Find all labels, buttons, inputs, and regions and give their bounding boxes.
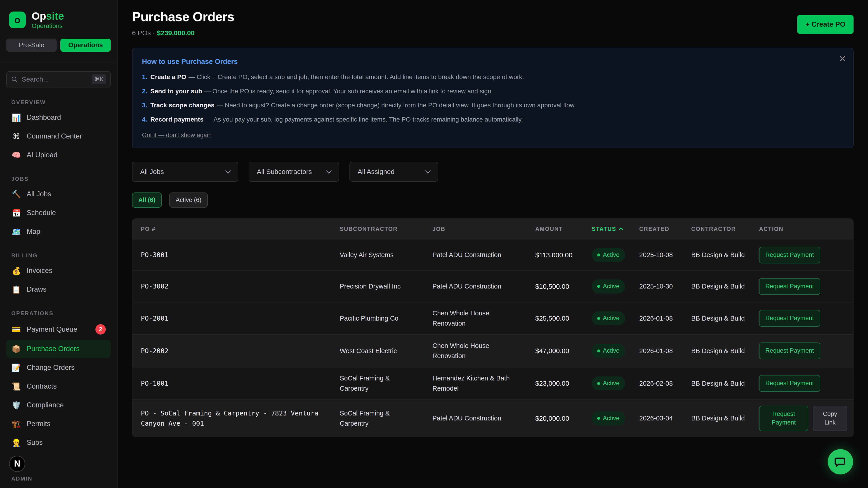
col-job[interactable]: JOB [424,226,527,232]
sidebar-item-contracts[interactable]: 📜 Contracts [6,378,111,395]
po-number: PO-2002 [132,340,331,362]
banner-step-3: 3.Track scope changes— Need to adjust? C… [142,101,842,110]
sidebar-item-subs[interactable]: 👷 Subs [6,434,111,452]
col-subcontractor[interactable]: SUBCONTRACTOR [331,226,424,232]
logo-letter: o [14,14,21,26]
status-cell: Active [583,242,631,268]
table-row[interactable]: PO-1001 SoCal Framing & Carpentry Hernan… [132,367,853,399]
scroll-icon: 📜 [11,382,21,391]
job-cell: Hernandez Kitchen & Bath Remodel [424,367,527,399]
amount-cell: $10,500.00 [527,275,583,298]
banner-step-2: 2.Send to your sub— Once the PO is ready… [142,87,842,96]
status-dot-icon [597,317,600,320]
col-action: ACTION [750,226,853,232]
status-badge: Active [592,412,625,425]
avatar[interactable]: N [9,456,25,472]
sidebar-item-purchase-orders[interactable]: 📦 Purchase Orders [6,340,111,358]
status-badge: Active [592,280,625,293]
search-input[interactable]: Search... ⌘K [6,71,111,88]
status-tabs: All (6) Active (6) [132,193,854,207]
presale-toggle-button[interactable]: Pre-Sale [6,39,57,52]
tab-all[interactable]: All (6) [132,193,162,207]
credit-card-icon: 💳 [11,325,21,334]
jobs-filter-select[interactable]: All Jobs [132,162,238,182]
banner-title: How to use Purchase Orders [142,58,842,66]
status-dot-icon [597,350,600,352]
contractor-cell: BB Design & Build [683,408,750,429]
amount-cell: $25,500.00 [527,307,583,330]
create-po-button[interactable]: + Create PO [797,15,854,34]
job-cell: Patel ADU Construction [424,244,527,266]
status-badge: Active [592,248,625,262]
sidebar-item-change-orders[interactable]: 📝 Change Orders [6,359,111,377]
col-created[interactable]: CREATED [631,226,683,232]
po-number: PO - SoCal Framing & Carpentry - 7823 Ve… [132,402,331,434]
money-bag-icon: 💰 [11,266,21,275]
construction-worker-icon: 👷 [11,438,21,447]
table-row[interactable]: PO-3002 Precision Drywall Inc Patel ADU … [132,270,853,302]
created-cell: 2026-03-04 [631,408,683,429]
sidebar-item-compliance[interactable]: 🛡️ Compliance [6,396,111,414]
request-payment-button[interactable]: Request Payment [759,406,808,431]
chat-button[interactable] [828,449,853,475]
sidebar-item-invoices[interactable]: 💰 Invoices [6,262,111,280]
table-row[interactable]: PO-2001 Pacific Plumbing Co Chen Whole H… [132,302,853,334]
sidebar-item-draws[interactable]: 📋 Draws [6,281,111,298]
action-cell: Request Payment [750,304,853,332]
job-cell: Patel ADU Construction [424,275,527,297]
col-amount[interactable]: AMOUNT [527,226,583,232]
request-payment-button[interactable]: Request Payment [759,247,820,263]
created-cell: 2025-10-30 [631,275,683,297]
sidebar-item-all-jobs[interactable]: 🔨 All Jobs [6,185,111,203]
sidebar: o Opsite Operations Pre-Sale Operations … [0,0,118,488]
status-cell: Active [583,370,631,396]
created-cell: 2026-02-08 [631,372,683,394]
sidebar-item-permits[interactable]: 🏗️ Permits [6,415,111,433]
sidebar-item-command-center[interactable]: ⌘ Command Center [6,127,111,145]
table-row[interactable]: PO-3001 Valley Air Systems Patel ADU Con… [132,239,853,270]
created-cell: 2025-10-08 [631,244,683,266]
col-po-number[interactable]: PO # [132,226,331,232]
action-cell: Request Payment [750,272,853,301]
assigned-filter-select[interactable]: All Assigned [349,162,438,182]
col-contractor[interactable]: CONTRACTOR [683,226,750,232]
sidebar-item-ai-upload[interactable]: 🧠 AI Upload [6,146,111,164]
close-icon[interactable]: ✕ [839,54,846,64]
clipboard-icon: 📋 [11,285,21,294]
status-dot-icon [597,285,600,288]
sidebar-item-payment-queue[interactable]: 💳 Payment Queue 2 [6,320,111,339]
amount-cell: $47,000.00 [527,340,583,362]
chevron-down-icon [425,168,431,174]
status-cell: Active [583,338,631,364]
sidebar-footer: N ADMIN [6,456,111,482]
section-label-operations: OPERATIONS [11,310,111,317]
status-dot-icon [597,254,600,256]
request-payment-button[interactable]: Request Payment [759,343,820,359]
search-placeholder: Search... [22,75,88,83]
request-payment-button[interactable]: Request Payment [759,278,820,295]
copy-link-button[interactable]: Copy Link [813,406,847,431]
mode-toggle: Pre-Sale Operations [6,39,111,52]
sidebar-item-schedule[interactable]: 📅 Schedule [6,204,111,222]
tab-active[interactable]: Active (6) [169,193,208,207]
command-icon: ⌘ [11,132,21,141]
request-payment-button[interactable]: Request Payment [759,310,820,327]
banner-step-4: 4.Record payments— As you pay your sub, … [142,115,842,124]
po-table: PO # SUBCONTRACTOR JOB AMOUNT STATUS CRE… [132,219,854,437]
request-payment-button[interactable]: Request Payment [759,375,820,392]
subcontractors-filter-select[interactable]: All Subcontractors [249,162,339,182]
table-row[interactable]: PO - SoCal Framing & Carpentry - 7823 Ve… [132,399,853,437]
sidebar-item-map[interactable]: 🗺️ Map [6,223,111,240]
po-number: PO-3002 [132,275,331,297]
dismiss-banner-link[interactable]: Got it — don't show again [142,132,212,139]
section-label-overview: OVERVIEW [11,99,111,105]
page-title: Purchase Orders [132,9,234,24]
po-number: PO-2001 [132,307,331,329]
operations-toggle-button[interactable]: Operations [60,39,111,52]
brain-icon: 🧠 [11,151,21,160]
col-status-sorted[interactable]: STATUS [583,226,631,232]
page-subtitle: 6 POs · $239,000.00 [132,29,234,37]
sidebar-divider [0,62,117,62]
table-row[interactable]: PO-2002 West Coast Electric Chen Whole H… [132,334,853,367]
sidebar-item-dashboard[interactable]: 📊 Dashboard [6,109,111,127]
